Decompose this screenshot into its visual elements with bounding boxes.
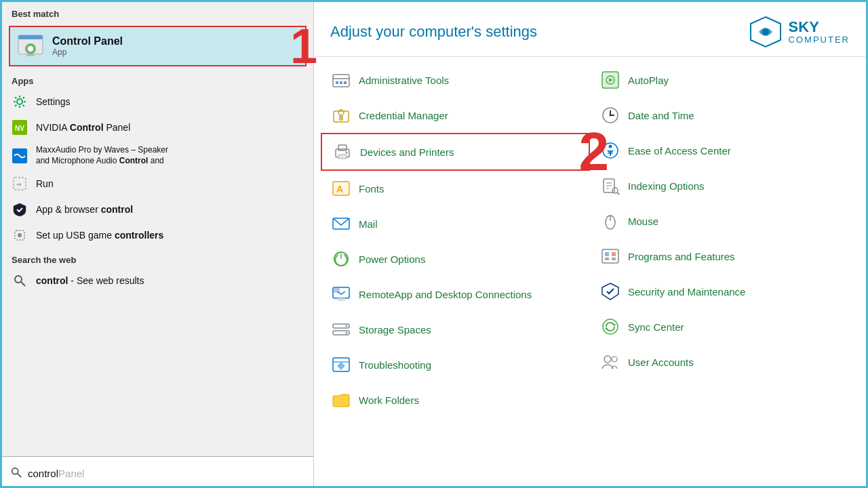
left-panel: Best match Control Panel App 1 Apps S xyxy=(2,2,314,488)
date-time-icon xyxy=(599,104,621,126)
mouse-label: Mouse xyxy=(628,216,658,227)
item-programs[interactable]: Programs and Features xyxy=(590,239,859,274)
svg-line-16 xyxy=(18,473,21,476)
work-folders-label: Work Folders xyxy=(359,394,419,406)
sky-logo-text: SKY COMPUTER xyxy=(789,19,850,45)
work-folders-icon xyxy=(330,389,352,411)
svg-point-18 xyxy=(762,28,769,35)
power-options-icon xyxy=(330,248,352,270)
left-column: Administrative Tools Credential Manager xyxy=(321,62,590,418)
svg-rect-22 xyxy=(340,81,342,84)
svg-point-41 xyxy=(346,332,348,334)
svg-point-52 xyxy=(609,145,612,148)
app-item-settings[interactable]: Settings xyxy=(2,89,313,115)
indexing-label: Indexing Options xyxy=(628,180,705,192)
nvidia-label: NVIDIA Control Panel xyxy=(36,122,130,133)
search-bar-bottom[interactable]: controlPanel xyxy=(2,456,313,488)
programs-label: Programs and Features xyxy=(628,251,735,262)
svg-marker-70 xyxy=(613,324,616,327)
search-web-label: Search the web xyxy=(2,248,313,268)
app-item-run[interactable]: ⇒ Run xyxy=(2,171,313,197)
sync-center-icon xyxy=(599,316,621,338)
item-credential-manager[interactable]: Credential Manager xyxy=(321,98,590,133)
svg-marker-71 xyxy=(605,327,608,329)
header-title: Adjust your computer's settings xyxy=(330,23,537,41)
app-item-nvidia[interactable]: NV NVIDIA Control Panel xyxy=(2,115,313,140)
item-sync-center[interactable]: Sync Center xyxy=(590,309,859,344)
security-icon xyxy=(599,281,621,302)
svg-point-25 xyxy=(338,110,344,115)
right-header: Adjust your computer's settings SKY COMP… xyxy=(314,2,866,57)
web-search-label: control - See web results xyxy=(36,275,144,286)
usb-icon xyxy=(12,227,28,243)
item-admin-tools[interactable]: Administrative Tools xyxy=(321,62,590,98)
ease-access-label: Ease of Access Center xyxy=(628,145,731,157)
svg-rect-29 xyxy=(338,155,347,159)
settings-label: Settings xyxy=(36,96,71,107)
svg-point-12 xyxy=(18,233,22,237)
run-label: Run xyxy=(36,178,54,189)
search-bar-icon xyxy=(10,466,22,481)
mouse-icon xyxy=(599,210,621,232)
power-options-label: Power Options xyxy=(359,253,425,265)
item-date-time[interactable]: Date and Time xyxy=(590,98,859,133)
cp-subtitle: App xyxy=(52,47,123,57)
web-search-item[interactable]: control - See web results xyxy=(2,268,313,293)
app-item-appbrowser[interactable]: App & browser control xyxy=(2,197,313,222)
item-power-options[interactable]: Power Options xyxy=(321,241,590,277)
item-ease-access[interactable]: Ease of Access Center xyxy=(590,133,859,168)
svg-point-13 xyxy=(15,276,22,283)
svg-text:A: A xyxy=(336,184,343,195)
svg-line-60 xyxy=(617,192,619,195)
svg-rect-36 xyxy=(337,298,345,301)
svg-rect-26 xyxy=(339,115,343,121)
item-troubleshooting[interactable]: Troubleshooting xyxy=(321,347,590,382)
apps-label: Apps xyxy=(2,69,313,89)
item-devices-printers[interactable]: Devices and Printers 2 xyxy=(321,133,590,171)
search-typed-text: control xyxy=(28,468,58,479)
devices-printers-icon xyxy=(332,141,353,163)
app-item-usb[interactable]: Set up USB game controllers xyxy=(2,222,313,248)
control-panel-text: Control Panel App xyxy=(52,35,123,57)
item-mail[interactable]: Mail xyxy=(321,206,590,241)
credential-manager-label: Credential Manager xyxy=(359,110,448,121)
programs-icon xyxy=(599,245,621,267)
item-mouse[interactable]: Mouse xyxy=(590,203,859,239)
svg-point-73 xyxy=(612,357,617,362)
admin-tools-label: Administrative Tools xyxy=(359,75,449,86)
credential-manager-icon xyxy=(330,104,352,126)
troubleshooting-label: Troubleshooting xyxy=(359,359,431,371)
app-item-maxx[interactable]: MaxxAudio Pro by Waves – Speakerand Micr… xyxy=(2,140,313,171)
item-work-folders[interactable]: Work Folders xyxy=(321,382,590,418)
svg-point-15 xyxy=(12,468,18,474)
usb-label: Set up USB game controllers xyxy=(36,230,163,241)
mail-label: Mail xyxy=(359,218,378,230)
svg-rect-65 xyxy=(612,252,616,256)
ease-access-icon xyxy=(599,140,621,161)
sky-text: SKY xyxy=(789,19,850,35)
svg-rect-37 xyxy=(333,287,340,293)
svg-point-3 xyxy=(28,46,33,52)
item-storage-spaces[interactable]: Storage Spaces xyxy=(321,312,590,347)
maxx-label: MaxxAudio Pro by Waves – Speakerand Micr… xyxy=(36,145,168,166)
svg-rect-1 xyxy=(18,35,43,39)
svg-point-59 xyxy=(612,188,618,193)
item-remoteapp[interactable]: RemoteApp and Desktop Connections xyxy=(321,277,590,312)
item-user-accounts[interactable]: User Accounts xyxy=(590,344,859,380)
item-indexing[interactable]: Indexing Options xyxy=(590,168,859,203)
step-number-1: 1 xyxy=(290,22,317,70)
item-fonts[interactable]: A Fonts xyxy=(321,171,590,206)
autoplay-label: AutoPlay xyxy=(628,75,669,86)
svg-point-5 xyxy=(17,99,22,104)
svg-rect-23 xyxy=(344,81,347,84)
control-panel-items-grid: Administrative Tools Credential Manager xyxy=(314,57,866,488)
svg-text:⇒: ⇒ xyxy=(16,181,22,188)
wave-icon xyxy=(12,148,28,164)
item-autoplay[interactable]: AutoPlay xyxy=(590,62,859,98)
indexing-icon xyxy=(599,175,621,197)
control-panel-item[interactable]: Control Panel App 1 xyxy=(9,26,307,66)
user-accounts-label: User Accounts xyxy=(628,357,694,368)
svg-point-69 xyxy=(603,319,618,334)
sky-logo-icon xyxy=(748,14,783,49)
item-security[interactable]: Security and Maintenance xyxy=(590,274,859,309)
